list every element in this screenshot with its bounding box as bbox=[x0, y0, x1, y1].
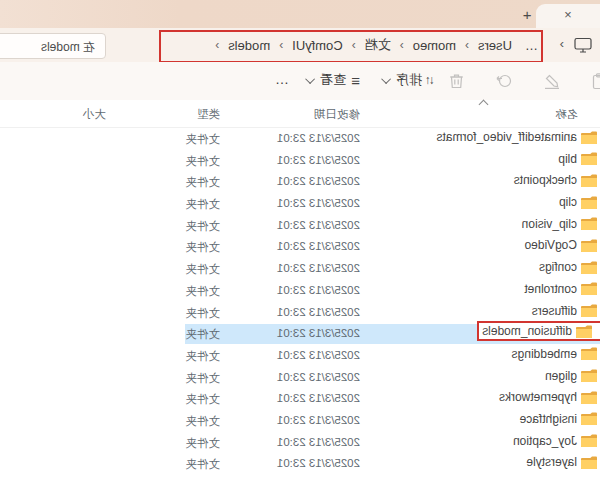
file-date: 2025/3/13 23:01 bbox=[277, 457, 360, 469]
file-date: 2025/3/13 23:01 bbox=[277, 327, 360, 339]
table-row[interactable]: insightface 2025/3/13 23:01 文件夹 bbox=[0, 410, 600, 432]
rename-icon[interactable] bbox=[543, 73, 560, 89]
file-name-cell[interactable]: blip bbox=[362, 152, 600, 166]
file-type: 文件夹 bbox=[186, 219, 221, 234]
view-label: 查看 bbox=[320, 71, 346, 89]
sort-button[interactable]: ↓↑ 排序 bbox=[384, 71, 435, 89]
tab-close-icon[interactable]: × bbox=[559, 6, 577, 24]
file-type: 文件夹 bbox=[186, 414, 221, 429]
file-name-cell[interactable]: animatediff_video_formats bbox=[362, 130, 600, 144]
file-name-cell[interactable]: diffusers bbox=[362, 304, 600, 318]
breadcrumb-separator-icon: › bbox=[397, 38, 407, 52]
file-date: 2025/3/13 23:01 bbox=[277, 132, 360, 144]
table-row[interactable]: hypernetworks 2025/3/13 23:01 文件夹 bbox=[0, 388, 600, 410]
breadcrumb-item[interactable]: ComfyUI bbox=[286, 38, 349, 53]
folder-icon bbox=[581, 152, 597, 165]
file-name-cell[interactable]: embeddings bbox=[362, 347, 600, 361]
table-row[interactable]: gligen 2025/3/13 23:01 文件夹 bbox=[0, 367, 600, 389]
table-row[interactable]: layerstyle 2025/3/13 23:01 文件夹 bbox=[0, 453, 600, 475]
folder-icon bbox=[581, 261, 597, 274]
table-row[interactable]: checkpoints 2025/3/13 23:01 文件夹 bbox=[0, 171, 600, 193]
folder-icon bbox=[581, 304, 597, 317]
folder-icon bbox=[581, 239, 597, 252]
file-name-cell[interactable]: CogVideo bbox=[362, 238, 600, 252]
table-row[interactable]: CogVideo 2025/3/13 23:01 文件夹 bbox=[0, 236, 600, 258]
file-date: 2025/3/13 23:01 bbox=[277, 284, 360, 296]
file-name-cell[interactable]: controlnet bbox=[362, 282, 600, 296]
file-name: configs bbox=[539, 260, 577, 274]
column-header-type[interactable]: 类型 bbox=[197, 107, 220, 122]
file-name-cell[interactable]: checkpoints bbox=[362, 173, 600, 187]
file-name-cell[interactable]: gligen bbox=[362, 369, 600, 383]
file-name: gligen bbox=[545, 369, 577, 383]
file-name: CogVideo bbox=[525, 238, 578, 252]
table-row[interactable]: clip_vision 2025/3/13 23:01 文件夹 bbox=[0, 215, 600, 237]
table-row[interactable]: controlnet 2025/3/13 23:01 文件夹 bbox=[0, 280, 600, 302]
breadcrumb-separator-icon: › bbox=[462, 38, 472, 52]
file-name: hypernetworks bbox=[499, 390, 577, 404]
table-row[interactable]: diffusion_models 2025/3/13 23:01 文件夹 bbox=[0, 323, 600, 345]
file-name: blip bbox=[558, 152, 577, 166]
more-options-button[interactable]: … bbox=[274, 71, 289, 87]
table-row[interactable]: blip 2025/3/13 23:01 文件夹 bbox=[0, 150, 600, 172]
file-type: 文件夹 bbox=[186, 436, 221, 451]
folder-icon bbox=[581, 174, 597, 187]
paste-icon[interactable] bbox=[591, 73, 600, 90]
file-type: 文件夹 bbox=[186, 349, 221, 364]
breadcrumb: … Users › momeo › 文档 › ComfyUI › models … bbox=[212, 34, 544, 56]
file-name-cell[interactable]: hypernetworks bbox=[362, 390, 600, 404]
folder-icon bbox=[581, 217, 597, 230]
file-name-cell[interactable]: clip bbox=[362, 195, 600, 209]
column-header-name[interactable]: 名称 bbox=[555, 107, 578, 122]
share-icon[interactable] bbox=[495, 73, 512, 89]
file-date: 2025/3/13 23:01 bbox=[277, 349, 360, 361]
file-name-cell[interactable]: diffusion_models bbox=[477, 321, 600, 341]
table-row[interactable]: embeddings 2025/3/13 23:01 文件夹 bbox=[0, 345, 600, 367]
breadcrumb-item[interactable]: Users bbox=[472, 38, 518, 53]
column-header-size[interactable]: 大小 bbox=[83, 107, 145, 122]
table-row[interactable]: animatediff_video_formats 2025/3/13 23:0… bbox=[0, 128, 600, 150]
file-name: embeddings bbox=[512, 347, 577, 361]
file-type: 文件夹 bbox=[186, 154, 221, 169]
table-row[interactable]: diffusers 2025/3/13 23:01 文件夹 bbox=[0, 302, 600, 324]
file-name-cell[interactable]: configs bbox=[362, 260, 600, 274]
search-input[interactable]: 在 models bbox=[0, 33, 106, 59]
command-toolbar: ↓↑ 排序 ≡ 查看 … bbox=[0, 62, 600, 101]
file-name-cell[interactable]: insightface bbox=[362, 412, 600, 426]
this-pc-icon[interactable] bbox=[574, 37, 592, 53]
folder-icon bbox=[581, 391, 597, 404]
new-tab-button[interactable]: + bbox=[518, 6, 536, 23]
address-chevron-icon[interactable]: › bbox=[560, 36, 564, 51]
file-type: 文件夹 bbox=[186, 262, 221, 277]
folder-icon bbox=[581, 282, 597, 295]
file-name: checkpoints bbox=[514, 173, 577, 187]
file-type: 文件夹 bbox=[186, 392, 221, 407]
breadcrumb-item[interactable]: 文档 bbox=[359, 36, 397, 54]
table-row[interactable]: Joy_caption 2025/3/13 23:01 文件夹 bbox=[0, 432, 600, 454]
view-button[interactable]: ≡ 查看 bbox=[308, 71, 360, 89]
sort-ascending-icon bbox=[479, 100, 489, 110]
file-date: 2025/3/13 23:01 bbox=[277, 262, 360, 274]
file-date: 2025/3/13 23:01 bbox=[277, 414, 360, 426]
file-date: 2025/3/13 23:01 bbox=[277, 436, 360, 448]
folder-icon bbox=[581, 347, 597, 360]
file-name-cell[interactable]: clip_vision bbox=[362, 217, 600, 231]
breadcrumb-separator-icon: › bbox=[212, 38, 222, 52]
file-date: 2025/3/13 23:01 bbox=[277, 197, 360, 209]
file-name: clip_vision bbox=[522, 217, 577, 231]
breadcrumb-overflow-icon[interactable]: … bbox=[518, 38, 544, 53]
file-name-cell[interactable]: layerstyle bbox=[362, 455, 600, 469]
breadcrumb-separator-icon: › bbox=[276, 38, 286, 52]
file-name-cell[interactable]: Joy_caption bbox=[362, 434, 600, 448]
table-row[interactable]: configs 2025/3/13 23:01 文件夹 bbox=[0, 258, 600, 280]
table-row[interactable]: clip 2025/3/13 23:01 文件夹 bbox=[0, 193, 600, 215]
breadcrumb-item[interactable]: momeo bbox=[407, 38, 462, 53]
column-header-date[interactable]: 修改日期 bbox=[314, 107, 360, 122]
folder-icon bbox=[581, 412, 597, 425]
breadcrumb-item[interactable]: models bbox=[222, 38, 276, 53]
tab-models[interactable]: × bbox=[536, 4, 600, 28]
delete-icon[interactable] bbox=[449, 73, 464, 89]
file-date: 2025/3/13 23:01 bbox=[277, 154, 360, 166]
file-explorer-window: × + › … Users › momeo › 文档 › ComfyUI › m… bbox=[0, 0, 600, 500]
file-list: animatediff_video_formats 2025/3/13 23:0… bbox=[0, 128, 600, 475]
